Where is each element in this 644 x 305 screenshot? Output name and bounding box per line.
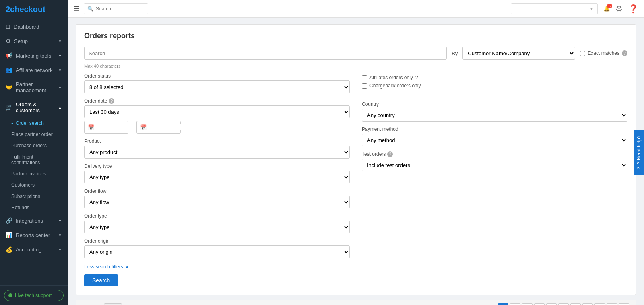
chevron-up-icon: ▲	[125, 264, 130, 270]
sidebar-subitem-label: Purchase orders	[11, 143, 47, 148]
chevron-down-icon: ▼	[58, 39, 62, 43]
sidebar-item-affiliate[interactable]: 👥 Affiliate network ▼	[0, 63, 68, 77]
page-button-2[interactable]: 2	[510, 303, 520, 305]
sidebar-item-partner-invoices[interactable]: Partner invoices	[0, 168, 68, 179]
delivery-type-select[interactable]: Any type	[84, 171, 350, 183]
order-search-input[interactable]	[84, 47, 447, 60]
order-date-group: Order date ? Last 30 days	[84, 98, 350, 118]
sidebar-item-accounting[interactable]: 💰 Accounting ▼	[0, 242, 68, 257]
sidebar-item-customers[interactable]: Customers	[0, 179, 68, 191]
page-button-7[interactable]: 7	[570, 303, 581, 305]
payment-method-group: Payment method Any method	[362, 126, 627, 146]
test-orders-help-icon[interactable]: ?	[387, 151, 393, 157]
filters-grid: Order status 8 of 8 selected Order date …	[84, 73, 627, 258]
sidebar-item-refunds[interactable]: Refunds	[0, 202, 68, 213]
country-select[interactable]: Any country	[362, 109, 627, 122]
sidebar-item-integrations[interactable]: 🔗 Integrations ▼	[0, 213, 68, 228]
help-icon[interactable]: ❓	[628, 4, 638, 14]
chevron-down-icon: ▼	[58, 85, 62, 90]
order-type-select[interactable]: Any type	[84, 221, 350, 233]
order-origin-select[interactable]: Any origin	[84, 245, 350, 258]
date-range-group: 📅 2020-03-17 - 📅 2020-04-15	[84, 121, 350, 134]
sidebar-item-partner[interactable]: 🤝 Partner management ▼	[0, 77, 68, 97]
search-button[interactable]: Search	[84, 274, 118, 286]
chargeback-only-checkbox[interactable]	[362, 83, 367, 89]
product-label: Product	[84, 138, 350, 144]
url-input[interactable]: www.avangatelearningce...	[514, 6, 587, 12]
live-support-button[interactable]: Live tech support	[4, 290, 64, 301]
page-button-8[interactable]: 8	[582, 303, 593, 305]
main-content: Orders reports By Customer Name/Company …	[68, 18, 644, 305]
less-filters-toggle[interactable]: Less search filters ▲	[84, 264, 627, 270]
page-button-6[interactable]: 6	[558, 303, 569, 305]
order-status-select[interactable]: 8 of 8 selected	[84, 80, 350, 93]
product-select[interactable]: Any product	[84, 146, 350, 159]
by-label: By	[452, 50, 458, 56]
sidebar-item-purchase-orders[interactable]: Purchase orders	[0, 140, 68, 151]
need-help-panel[interactable]: ? ? Need help?	[634, 130, 644, 175]
notification-badge: 5	[607, 4, 612, 8]
sidebar-bottom: Live tech support	[0, 285, 68, 305]
sidebar-item-setup[interactable]: ⚙ Setup ▼	[0, 34, 68, 48]
exact-matches-checkbox[interactable]	[580, 51, 585, 56]
page-button-last[interactable]: »	[619, 303, 629, 305]
results-bar: Display 10 25 50 records / page 128 reco…	[76, 300, 636, 305]
sidebar-item-label: Orders & customers	[16, 101, 58, 113]
gear-icon[interactable]: ⚙	[615, 4, 623, 14]
sidebar-item-orders[interactable]: 🛒 Orders & customers ▲	[0, 97, 68, 117]
sidebar-item-marketing[interactable]: 📢 Marketing tools ▼	[0, 48, 68, 63]
page-button-1[interactable]: 1	[498, 303, 508, 305]
search-input[interactable]	[96, 6, 144, 12]
affiliates-only-checkbox[interactable]	[362, 75, 367, 80]
url-selector[interactable]: www.avangatelearningce... ▼	[511, 3, 598, 14]
test-orders-group: Test orders ? Include test orders	[362, 151, 627, 171]
order-origin-group: Order origin Any origin	[84, 238, 350, 258]
sidebar-item-place-partner[interactable]: Place partner order	[0, 129, 68, 140]
page-button-next[interactable]: ›	[607, 303, 617, 305]
sidebar-item-label: Dashboard	[14, 24, 39, 30]
hamburger-icon[interactable]: ☰	[73, 4, 80, 13]
payment-method-select[interactable]: Any method	[362, 134, 627, 146]
partner-icon: 🤝	[6, 84, 12, 91]
per-page-select[interactable]: 10 25 50	[104, 303, 122, 305]
sidebar-item-reports[interactable]: 📊 Reports center ▼	[0, 228, 68, 242]
page-button-9[interactable]: 9	[594, 303, 605, 305]
order-date-select[interactable]: Last 30 days	[84, 105, 350, 118]
main-wrapper: ☰ 🔍 www.avangatelearningce... ▼ 🔔 5 ⚙ ❓ …	[68, 0, 644, 305]
payment-method-label: Payment method	[362, 126, 627, 132]
notification-bell[interactable]: 🔔 5	[603, 6, 610, 12]
sidebar-subitem-label: Order search	[16, 120, 44, 126]
page-button-3[interactable]: 3	[522, 303, 533, 305]
affiliates-only-item: Affiliates orders only ?	[362, 75, 627, 80]
page-button-4[interactable]: 4	[534, 303, 545, 305]
order-date-help-icon[interactable]: ?	[109, 98, 114, 104]
page-button-5[interactable]: 5	[546, 303, 557, 305]
test-orders-select[interactable]: Include test orders	[362, 159, 627, 171]
sidebar-item-label: Accounting	[16, 247, 41, 253]
exact-matches-help-icon[interactable]: ?	[622, 50, 627, 56]
date-from-input[interactable]: 2020-03-17	[97, 124, 129, 130]
sidebar-subitem-label: Fulfillment confirmations	[11, 154, 62, 165]
sidebar-subitem-label: Subscriptions	[11, 194, 40, 199]
sidebar-item-order-search[interactable]: Order search	[0, 117, 68, 129]
by-dropdown[interactable]: Customer Name/Company	[462, 47, 575, 60]
country-group: Country Any country	[362, 101, 627, 122]
order-flow-select[interactable]: Any flow	[84, 196, 350, 208]
affiliates-help-icon[interactable]: ?	[415, 75, 418, 80]
topbar: ☰ 🔍 www.avangatelearningce... ▼ 🔔 5 ⚙ ❓	[68, 0, 644, 18]
sidebar-item-label: Reports center	[16, 232, 50, 238]
order-origin-label: Order origin	[84, 238, 350, 244]
filters-left: Order status 8 of 8 selected Order date …	[84, 73, 350, 258]
sidebar-subitem-label: Customers	[11, 182, 35, 188]
calendar-icon: 📅	[88, 124, 94, 130]
sidebar-item-dashboard[interactable]: ⊞ Dashboard	[0, 19, 68, 34]
page-title: Orders reports	[84, 32, 627, 40]
max-chars-hint: Max 40 characters	[84, 64, 627, 68]
delivery-type-label: Delivery type	[84, 163, 350, 169]
delivery-type-group: Delivery type Any type	[84, 163, 350, 183]
sidebar-item-label: Integrations	[16, 218, 43, 224]
marketing-icon: 📢	[6, 52, 12, 59]
date-to-input[interactable]: 2020-04-15	[149, 124, 181, 130]
sidebar-item-subscriptions[interactable]: Subscriptions	[0, 191, 68, 202]
sidebar-item-fulfillment[interactable]: Fulfillment confirmations	[0, 151, 68, 168]
